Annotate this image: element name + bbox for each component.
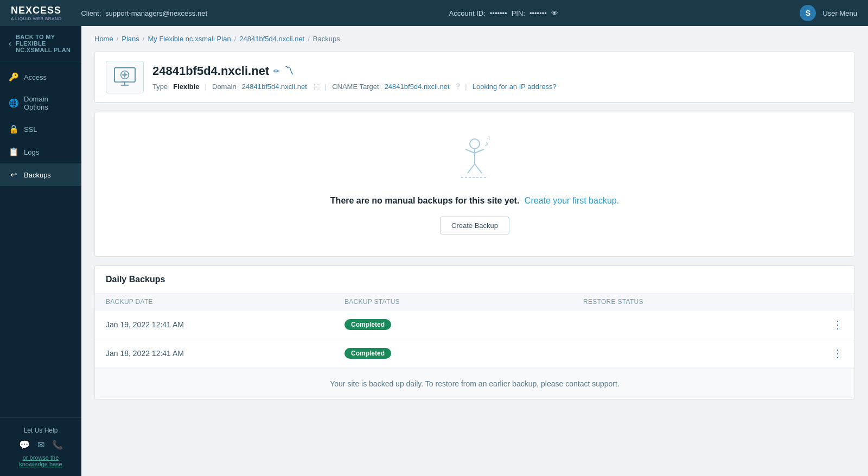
backup-status-2: Completed <box>344 348 583 359</box>
page-header-info: 24841bf5d4.nxcli.net ✏ 〽 Type Flexible |… <box>152 64 844 91</box>
svg-point-5 <box>470 139 480 149</box>
page-title: 24841bf5d4.nxcli.net <box>152 64 269 78</box>
sidebar-item-label: SSL <box>24 125 37 134</box>
svg-line-7 <box>465 149 475 153</box>
svg-rect-0 <box>114 68 135 82</box>
back-to-plan-button[interactable]: ‹ BACK TO MY FLEXIBLE NC.XSMALL PLAN <box>0 26 81 61</box>
sidebar-item-label: Logs <box>24 148 39 156</box>
ssl-icon: 🔒 <box>9 124 18 134</box>
breadcrumb-current: Backups <box>313 35 340 43</box>
row-menu-button-2[interactable]: ⋮ <box>832 347 844 360</box>
back-arrow-icon: ‹ <box>9 39 11 48</box>
logo-sub: A LIQUID WEB BRAND <box>11 16 61 21</box>
sidebar-item-label: Domain Options <box>24 95 73 111</box>
type-label: Type <box>152 82 168 91</box>
sidebar-item-ssl[interactable]: 🔒 SSL <box>0 118 81 141</box>
backup-status-1: Completed <box>344 319 583 330</box>
sidebar-nav: 🔑 Access 🌐 Domain Options 🔒 SSL 📋 Logs ↩… <box>0 61 81 417</box>
page-meta: Type Flexible | Domain 24841bf5d4.nxcli.… <box>152 82 844 91</box>
create-backup-button[interactable]: Create Backup <box>440 217 509 234</box>
page-header: 24841bf5d4.nxcli.net ✏ 〽 Type Flexible |… <box>95 52 854 103</box>
nexcess-badge-icon: 〽 <box>284 65 294 77</box>
table-row: Jan 18, 2022 12:41 AM Completed ⋮ <box>95 339 854 368</box>
domain-help-icon[interactable]: ⬚ <box>314 82 320 90</box>
create-first-backup-link[interactable]: Create your first backup. <box>525 196 619 205</box>
logs-icon: 📋 <box>9 147 18 157</box>
row-actions-1: ⋮ <box>822 318 844 331</box>
backup-date-1: Jan 19, 2022 12:41 AM <box>106 320 344 329</box>
domain-icon: 🌐 <box>9 98 18 108</box>
top-header: NEXCESS A LIQUID WEB BRAND Client: suppo… <box>0 0 868 26</box>
monitor-icon <box>113 65 137 89</box>
sidebar-item-access[interactable]: 🔑 Access <box>0 66 81 88</box>
access-icon: 🔑 <box>9 72 18 82</box>
breadcrumb-home[interactable]: Home <box>94 35 113 43</box>
mascot-illustration: ♪ ♫ <box>448 134 502 185</box>
breadcrumb-plan[interactable]: My Flexible nc.xsmall Plan <box>148 35 231 43</box>
type-value: Flexible <box>173 82 199 91</box>
no-backups-content: ♪ ♫ There are no manual backups for this… <box>95 112 854 256</box>
no-backups-panel: ♪ ♫ There are no manual backups for this… <box>94 112 855 257</box>
ip-address-link[interactable]: Looking for an IP address? <box>473 82 557 91</box>
header-center: Account ID: ••••••• PIN: ••••••• 👁 <box>449 9 558 17</box>
cname-label: CNAME Target <box>332 82 379 91</box>
page-header-panel: 24841bf5d4.nxcli.net ✏ 〽 Type Flexible |… <box>94 52 855 103</box>
svg-text:♫: ♫ <box>487 135 491 141</box>
site-icon <box>106 61 144 93</box>
backups-icon: ↩ <box>9 170 18 180</box>
domain-label: Domain <box>212 82 237 91</box>
edit-icon[interactable]: ✏ <box>273 67 280 75</box>
cname-help-icon[interactable]: ? <box>456 82 460 90</box>
col-backup-status: Backup Status <box>344 298 583 306</box>
breadcrumb: Home / Plans / My Flexible nc.xsmall Pla… <box>94 35 855 43</box>
user-menu-button[interactable]: User Menu <box>822 9 857 17</box>
breadcrumb-domain[interactable]: 24841bf5d4.nxcli.net <box>239 35 304 43</box>
page-title-row: 24841bf5d4.nxcli.net ✏ 〽 <box>152 64 844 78</box>
sidebar-item-label: Access <box>24 73 47 81</box>
logo-text: NEXCESS <box>11 5 61 16</box>
table-row: Jan 19, 2022 12:41 AM Completed ⋮ <box>95 310 854 339</box>
back-label: BACK TO MY FLEXIBLE NC.XSMALL PLAN <box>16 34 73 53</box>
nexcess-logo: NEXCESS A LIQUID WEB BRAND <box>11 5 61 21</box>
row-actions-2: ⋮ <box>822 347 844 360</box>
client-info: Client: support-managers@nexcess.net <box>81 9 207 17</box>
col-actions <box>822 298 844 306</box>
cname-value[interactable]: 24841bf5d4.nxcli.net <box>385 82 450 91</box>
phone-icon[interactable]: 📞 <box>52 440 63 450</box>
sidebar-item-domain-options[interactable]: 🌐 Domain Options <box>0 88 81 118</box>
backups-footer: Your site is backed up daily. To restore… <box>95 368 854 399</box>
chat-icon[interactable]: 💬 <box>19 440 30 450</box>
header-left: NEXCESS A LIQUID WEB BRAND Client: suppo… <box>11 5 207 21</box>
email-icon[interactable]: ✉ <box>37 440 44 450</box>
sidebar-bottom: Let Us Help 💬 ✉ 📞 or browse the knowledg… <box>0 417 81 476</box>
status-badge-completed: Completed <box>344 319 391 330</box>
daily-backups-title: Daily Backups <box>95 266 854 294</box>
svg-line-8 <box>475 149 484 153</box>
status-badge-completed: Completed <box>344 348 391 359</box>
svg-line-10 <box>475 164 482 173</box>
row-menu-button-1[interactable]: ⋮ <box>832 318 844 331</box>
svg-line-9 <box>468 164 475 173</box>
sidebar-item-logs[interactable]: 📋 Logs <box>0 141 81 163</box>
no-backups-message: There are no manual backups for this sit… <box>330 196 619 206</box>
backup-date-2: Jan 18, 2022 12:41 AM <box>106 349 344 358</box>
daily-backups-panel: Daily Backups Backup Date Backup Status … <box>94 265 855 399</box>
header-right: S User Menu <box>800 5 857 21</box>
table-header: Backup Date Backup Status Restore Status <box>95 294 854 310</box>
domain-value[interactable]: 24841bf5d4.nxcli.net <box>242 82 307 91</box>
help-icons: 💬 ✉ 📞 <box>9 440 73 450</box>
col-backup-date: Backup Date <box>106 298 344 306</box>
sidebar-item-backups[interactable]: ↩ Backups <box>0 163 81 186</box>
col-restore-status: Restore Status <box>583 298 822 306</box>
knowledge-base-link[interactable]: or browse the knowledge base <box>9 454 73 467</box>
sidebar-item-label: Backups <box>24 171 51 179</box>
avatar: S <box>800 5 816 21</box>
breadcrumb-plans[interactable]: Plans <box>122 35 139 43</box>
sidebar: ‹ BACK TO MY FLEXIBLE NC.XSMALL PLAN 🔑 A… <box>0 26 81 476</box>
eye-icon[interactable]: 👁 <box>551 9 558 17</box>
app-body: ‹ BACK TO MY FLEXIBLE NC.XSMALL PLAN 🔑 A… <box>0 26 868 476</box>
help-title: Let Us Help <box>9 427 73 434</box>
main-content: Home / Plans / My Flexible nc.xsmall Pla… <box>81 26 868 476</box>
